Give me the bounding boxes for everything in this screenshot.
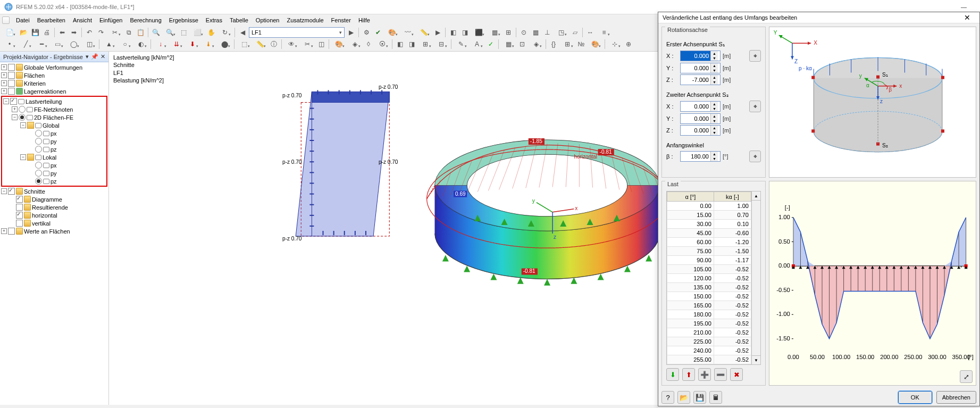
- table-row[interactable]: 240.00-0.52: [667, 346, 751, 355]
- tb2-section[interactable]: ◫: [316, 39, 326, 49]
- tb-contour[interactable]: 🎨: [384, 27, 399, 38]
- tb2-measure[interactable]: 📏: [253, 39, 267, 49]
- table-remove-button[interactable]: ➖: [714, 368, 727, 381]
- tree-globale-verformungen[interactable]: +Globale Verformungen: [0, 63, 108, 71]
- table-insert-button[interactable]: ➕: [698, 368, 711, 381]
- table-row[interactable]: 105.00-0.52: [667, 265, 751, 274]
- tb-nav-fwd[interactable]: ➡: [69, 27, 79, 38]
- tb-zoom[interactable]: 🔍: [162, 27, 177, 38]
- tb-rotate[interactable]: ↻: [217, 27, 232, 38]
- tb-snap[interactable]: ⊙: [518, 27, 529, 38]
- plot-expand-button[interactable]: ⤢: [960, 370, 973, 383]
- tb2-info[interactable]: ⓘ: [269, 39, 279, 49]
- menu-ansicht[interactable]: Ansicht: [70, 16, 95, 24]
- table-row[interactable]: 45.00-0.60: [667, 229, 751, 238]
- tb-zoom-extents[interactable]: ⬜: [190, 27, 205, 38]
- tree-lagerreaktionen[interactable]: +Lagerreaktionen: [0, 87, 108, 95]
- tb2-opening[interactable]: ◯: [66, 39, 81, 49]
- tb2-refine[interactable]: ⊡: [517, 39, 527, 49]
- pin-icon[interactable]: 📌: [91, 53, 98, 60]
- tb-misc3[interactable]: ⬛: [471, 27, 486, 38]
- tree-resultierende[interactable]: Resultierende: [0, 203, 108, 211]
- tb2-views2[interactable]: ◨: [406, 39, 417, 49]
- tree-global-py[interactable]: py: [2, 137, 106, 145]
- tree-flaechen[interactable]: +Flächen: [0, 71, 108, 79]
- tb2-select[interactable]: ⬚: [237, 39, 252, 49]
- table-scrollbar[interactable]: ▲▼: [751, 191, 760, 364]
- tb2-groups[interactable]: ⊞: [560, 39, 575, 49]
- tb-scale[interactable]: 📏: [416, 27, 431, 38]
- tb2-load-surf[interactable]: ⬇: [185, 39, 200, 49]
- minimize-button[interactable]: —: [952, 1, 976, 13]
- tree-global[interactable]: −Global: [2, 121, 106, 129]
- table-row[interactable]: 225.00-0.52: [667, 337, 751, 346]
- tb2-load-line[interactable]: ⇊: [169, 39, 184, 49]
- tb2-check[interactable]: ✓: [485, 39, 496, 49]
- tb-misc5[interactable]: ⊞: [503, 27, 514, 38]
- tree-global-px[interactable]: px: [2, 129, 106, 137]
- table-row[interactable]: 0.001.00: [667, 202, 751, 211]
- table-row[interactable]: 210.00-0.52: [667, 328, 751, 337]
- tb-workplane[interactable]: ▱: [569, 27, 580, 38]
- tb2-support[interactable]: ▲: [102, 39, 116, 49]
- tb-dim[interactable]: ↔: [585, 27, 596, 38]
- menu-einfuegen[interactable]: Einfügen: [96, 16, 125, 24]
- cancel-button[interactable]: Abbrechen: [936, 391, 976, 404]
- tree-2d-flaechen-fe[interactable]: −2D Flächen-FE: [2, 113, 106, 121]
- pick-s1-button[interactable]: ⌖: [749, 50, 761, 62]
- dropdown-icon[interactable]: ▾: [86, 53, 89, 60]
- tb2-line[interactable]: ╱: [18, 39, 33, 49]
- tb-ortho[interactable]: ⊥: [542, 27, 552, 38]
- tree-lokal-pz[interactable]: pz: [2, 177, 106, 185]
- tb2-release[interactable]: ◐: [133, 39, 148, 49]
- tb-prev-lf[interactable]: ◀: [237, 27, 248, 38]
- tb2-viewpoint[interactable]: ⦿: [375, 39, 390, 49]
- tree-vertikal[interactable]: vertikal: [0, 219, 108, 227]
- tb2-basis[interactable]: ⊕: [623, 39, 634, 49]
- tb-ucs[interactable]: ◳: [554, 27, 568, 38]
- tb-deform[interactable]: 〰: [400, 27, 415, 38]
- tb-save[interactable]: 💾: [30, 27, 40, 38]
- tree-lokal-px[interactable]: px: [2, 161, 106, 169]
- tb2-views[interactable]: ◧: [395, 39, 405, 49]
- tb-next-lf[interactable]: ▶: [346, 27, 356, 38]
- table-import-button[interactable]: ⬇: [666, 368, 679, 381]
- tb-calc[interactable]: ⚙: [361, 27, 372, 38]
- tb2-views4[interactable]: ⊟: [434, 39, 449, 49]
- table-row[interactable]: 135.00-0.52: [667, 283, 751, 292]
- tb-nav-back[interactable]: ⬅: [57, 27, 68, 38]
- tree-werte-flaechen[interactable]: +Werte an Flächen: [0, 227, 108, 235]
- tb2-axis[interactable]: ⊹: [607, 39, 622, 49]
- s1y-spin[interactable]: ▲▼: [680, 63, 721, 73]
- tb2-annotation[interactable]: ✎: [454, 39, 468, 49]
- s2y-spin[interactable]: ▲▼: [680, 113, 721, 124]
- menu-bearbeiten[interactable]: Bearbeiten: [34, 16, 69, 24]
- tb-misc2[interactable]: ◨: [459, 27, 470, 38]
- tb2-load-mass[interactable]: ⬤: [217, 39, 232, 49]
- tb2-render[interactable]: 🎨: [331, 39, 346, 49]
- tb-redo[interactable]: ↷: [96, 27, 106, 38]
- menu-extras[interactable]: Extras: [203, 16, 225, 24]
- ok-button[interactable]: OK: [898, 391, 932, 404]
- tb-open[interactable]: 📂: [18, 27, 29, 38]
- last-table[interactable]: α [°]kα [-] 0.001.0015.000.7030.000.1045…: [667, 191, 751, 364]
- tb-paste[interactable]: 📋: [135, 27, 146, 38]
- tree-lokal-py[interactable]: py: [2, 169, 106, 177]
- tb2-load-temp[interactable]: 🌡: [201, 39, 216, 49]
- table-row[interactable]: 195.00-0.52: [667, 319, 751, 328]
- menu-fenster[interactable]: Fenster: [328, 16, 354, 24]
- tb2-quality[interactable]: ◈: [529, 39, 543, 49]
- tb-find[interactable]: 🔍: [150, 27, 161, 38]
- tb2-colors[interactable]: 🎨: [588, 39, 602, 49]
- tb2-solid[interactable]: ◫: [82, 39, 97, 49]
- tb2-member[interactable]: ━: [34, 39, 49, 49]
- navigator-tree[interactable]: +Globale Verformungen +Flächen +Kriterie…: [0, 62, 108, 405]
- tb2-load-node[interactable]: ↓: [153, 39, 168, 49]
- table-export-button[interactable]: ⬆: [682, 368, 695, 381]
- tb2-clip[interactable]: ✂: [300, 39, 315, 49]
- tree-horizontal[interactable]: horizontal: [0, 211, 108, 219]
- tb-layer[interactable]: ≡: [597, 27, 612, 38]
- tb-animation[interactable]: ▶: [432, 27, 443, 38]
- tree-lastverteilung[interactable]: −Lastverteilung: [2, 97, 106, 105]
- tree-global-pz[interactable]: pz: [2, 145, 106, 153]
